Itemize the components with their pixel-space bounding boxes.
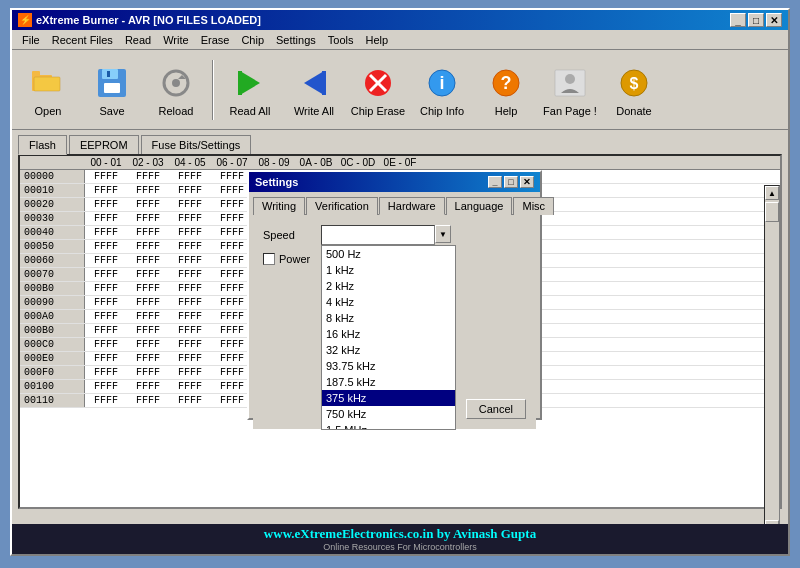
menu-help[interactable]: Help <box>359 33 394 47</box>
hex-cell[interactable]: FFFF <box>85 254 127 267</box>
menu-tools[interactable]: Tools <box>322 33 360 47</box>
speed-option-750khz[interactable]: 750 kHz <box>322 406 455 422</box>
hex-cell[interactable]: FFFF <box>85 352 127 365</box>
speed-dropdown-list[interactable]: 500 Hz 1 kHz 2 kHz 4 kHz 8 kHz 16 kHz 32… <box>321 245 456 430</box>
tab-eeprom[interactable]: EEPROM <box>69 135 139 155</box>
hex-cell[interactable]: FFFF <box>85 212 127 225</box>
minimize-button[interactable]: _ <box>730 13 746 27</box>
dialog-tab-verification[interactable]: Verification <box>306 197 378 215</box>
chip-info-button[interactable]: i Chip Info <box>412 56 472 124</box>
chip-erase-button[interactable]: Chip Erase <box>348 56 408 124</box>
hex-cell[interactable]: FFFF <box>169 310 211 323</box>
hex-cell[interactable]: FFFF <box>127 338 169 351</box>
hex-cell[interactable]: FFFF <box>169 268 211 281</box>
help-button[interactable]: ? Help <box>476 56 536 124</box>
hex-cell[interactable]: FFFF <box>169 254 211 267</box>
hex-cell[interactable]: FFFF <box>169 240 211 253</box>
read-all-button[interactable]: Read All <box>220 56 280 124</box>
hex-cell[interactable]: FFFF <box>127 268 169 281</box>
hex-cell[interactable]: FFFF <box>127 184 169 197</box>
hex-cell[interactable]: FFFF <box>169 394 211 407</box>
hex-cell[interactable]: FFFF <box>169 366 211 379</box>
speed-option-1khz[interactable]: 1 kHz <box>322 262 455 278</box>
donate-button[interactable]: $ Donate <box>604 56 664 124</box>
hex-cell[interactable]: FFFF <box>169 198 211 211</box>
hex-cell[interactable]: FFFF <box>169 380 211 393</box>
reload-button[interactable]: Reload <box>146 56 206 124</box>
dialog-close-button[interactable]: ✕ <box>520 176 534 188</box>
hex-cell[interactable]: FFFF <box>85 310 127 323</box>
maximize-button[interactable]: □ <box>748 13 764 27</box>
close-button[interactable]: ✕ <box>766 13 782 27</box>
scroll-up-button[interactable]: ▲ <box>765 186 779 200</box>
dialog-tab-misc[interactable]: Misc <box>513 197 554 215</box>
hex-cell[interactable]: FFFF <box>85 282 127 295</box>
menu-erase[interactable]: Erase <box>195 33 236 47</box>
menu-settings[interactable]: Settings <box>270 33 322 47</box>
dialog-tab-language[interactable]: Language <box>446 197 513 215</box>
menu-file[interactable]: File <box>16 33 46 47</box>
hex-cell[interactable]: FFFF <box>85 324 127 337</box>
hex-cell[interactable]: FFFF <box>127 296 169 309</box>
hex-cell[interactable]: FFFF <box>169 184 211 197</box>
speed-dropdown-arrow[interactable]: ▼ <box>435 225 451 243</box>
save-button[interactable]: Save <box>82 56 142 124</box>
dialog-tab-hardware[interactable]: Hardware <box>379 197 445 215</box>
hex-cell[interactable]: FFFF <box>85 184 127 197</box>
hex-cell[interactable]: FFFF <box>85 394 127 407</box>
hex-cell[interactable]: FFFF <box>127 254 169 267</box>
hex-cell[interactable]: FFFF <box>85 366 127 379</box>
hex-cell[interactable]: FFFF <box>169 338 211 351</box>
dialog-tab-writing[interactable]: Writing <box>253 197 305 215</box>
cancel-button[interactable]: Cancel <box>466 399 526 419</box>
hex-cell[interactable]: FFFF <box>85 198 127 211</box>
dialog-maximize-button[interactable]: □ <box>504 176 518 188</box>
speed-select-display[interactable]: ▼ <box>321 225 451 245</box>
speed-option-8khz[interactable]: 8 kHz <box>322 310 455 326</box>
hex-cell[interactable]: FFFF <box>127 212 169 225</box>
menu-recent-files[interactable]: Recent Files <box>46 33 119 47</box>
hex-cell[interactable]: FFFF <box>127 198 169 211</box>
scrollbar-vertical[interactable]: ▲ ▼ <box>764 185 780 535</box>
speed-option-2khz[interactable]: 2 kHz <box>322 278 455 294</box>
hex-cell[interactable]: FFFF <box>127 366 169 379</box>
hex-cell[interactable]: FFFF <box>85 380 127 393</box>
hex-cell[interactable]: FFFF <box>127 352 169 365</box>
hex-cell[interactable]: FFFF <box>127 310 169 323</box>
hex-cell[interactable]: FFFF <box>127 380 169 393</box>
speed-option-16khz[interactable]: 16 kHz <box>322 326 455 342</box>
speed-option-32khz[interactable]: 32 kHz <box>322 342 455 358</box>
hex-cell[interactable]: FFFF <box>85 240 127 253</box>
speed-option-500hz[interactable]: 500 Hz <box>322 246 455 262</box>
write-all-button[interactable]: Write All <box>284 56 344 124</box>
speed-option-15mhz[interactable]: 1.5 MHz <box>322 422 455 430</box>
hex-cell[interactable]: FFFF <box>169 226 211 239</box>
hex-cell[interactable]: FFFF <box>127 226 169 239</box>
tab-flash[interactable]: Flash <box>18 135 67 155</box>
dialog-minimize-button[interactable]: _ <box>488 176 502 188</box>
menu-write[interactable]: Write <box>157 33 194 47</box>
hex-cell[interactable]: FFFF <box>169 170 211 183</box>
hex-cell[interactable]: FFFF <box>169 352 211 365</box>
speed-option-4khz[interactable]: 4 kHz <box>322 294 455 310</box>
menu-chip[interactable]: Chip <box>235 33 270 47</box>
speed-option-375khz[interactable]: 375 kHz <box>322 390 455 406</box>
hex-cell[interactable]: FFFF <box>85 226 127 239</box>
open-button[interactable]: Open <box>18 56 78 124</box>
hex-cell[interactable]: FFFF <box>169 324 211 337</box>
hex-cell[interactable]: FFFF <box>127 170 169 183</box>
speed-option-1875khz[interactable]: 187.5 kHz <box>322 374 455 390</box>
hex-cell[interactable]: FFFF <box>127 324 169 337</box>
hex-cell[interactable]: FFFF <box>85 268 127 281</box>
scroll-thumb[interactable] <box>765 202 779 222</box>
hex-cell[interactable]: FFFF <box>85 338 127 351</box>
hex-cell[interactable]: FFFF <box>169 296 211 309</box>
hex-cell[interactable]: FFFF <box>127 394 169 407</box>
tab-fuse-bits[interactable]: Fuse Bits/Settings <box>141 135 252 155</box>
menu-read[interactable]: Read <box>119 33 157 47</box>
hex-cell[interactable]: FFFF <box>85 296 127 309</box>
hex-cell[interactable]: FFFF <box>85 170 127 183</box>
hex-cell[interactable]: FFFF <box>169 282 211 295</box>
hex-cell[interactable]: FFFF <box>127 240 169 253</box>
hex-cell[interactable]: FFFF <box>127 282 169 295</box>
